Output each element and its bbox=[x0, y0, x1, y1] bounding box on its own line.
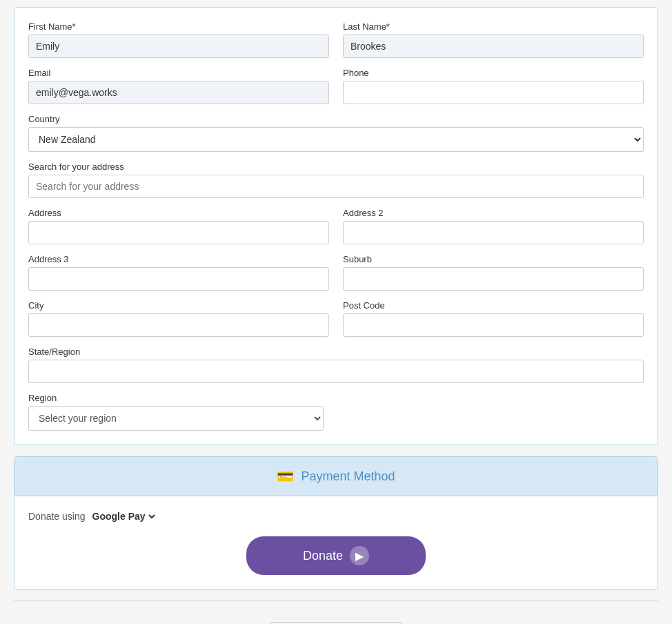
payment-body: Donate using Google Pay Credit Card PayP… bbox=[14, 496, 658, 589]
donate-using-label: Donate using bbox=[28, 511, 86, 522]
payment-method-select[interactable]: Google Pay Credit Card PayPal bbox=[90, 510, 157, 523]
address3-label: Address 3 bbox=[28, 254, 329, 264]
city-input[interactable] bbox=[28, 313, 329, 337]
payment-section: 💳 Payment Method Donate using Google Pay… bbox=[14, 456, 658, 589]
region-group: Region Select your region Auckland Welli… bbox=[28, 393, 324, 431]
address-input[interactable] bbox=[28, 221, 329, 244]
first-name-group: First Name* bbox=[28, 21, 329, 58]
address-search-input[interactable] bbox=[28, 175, 644, 198]
state-region-input[interactable] bbox=[28, 360, 644, 383]
city-postcode-row: City Post Code bbox=[28, 300, 644, 337]
donate-button-label: Donate bbox=[303, 549, 343, 563]
first-name-input[interactable] bbox=[28, 35, 329, 58]
email-group: Email bbox=[28, 68, 329, 104]
state-region-row: State/Region bbox=[28, 347, 644, 383]
email-phone-row: Email Phone bbox=[28, 68, 644, 104]
payment-header: 💳 Payment Method bbox=[14, 457, 658, 496]
state-region-label: State/Region bbox=[28, 347, 644, 357]
country-group: Country New Zealand Australia United Sta… bbox=[28, 114, 644, 152]
postcode-input[interactable] bbox=[343, 313, 644, 337]
address-search-label: Search for your address bbox=[28, 162, 644, 172]
region-label: Region bbox=[28, 393, 324, 403]
phone-label: Phone bbox=[343, 68, 644, 78]
payment-header-title: 💳 Payment Method bbox=[28, 468, 644, 485]
badge-wrapper: 🔒 GODADDY VERIFIED & SECURED VERIFY SECU… bbox=[14, 608, 658, 624]
postcode-group: Post Code bbox=[343, 300, 644, 337]
credit-card-icon: 💳 bbox=[277, 468, 294, 485]
country-label: Country bbox=[28, 114, 644, 124]
state-region-group: State/Region bbox=[28, 347, 644, 383]
address3-input[interactable] bbox=[28, 267, 329, 291]
address3-group: Address 3 bbox=[28, 254, 329, 291]
address2-group: Address 2 bbox=[343, 208, 644, 244]
last-name-input[interactable] bbox=[343, 35, 644, 58]
payment-method-title: Payment Method bbox=[301, 469, 395, 484]
address-label: Address bbox=[28, 208, 329, 218]
first-name-label: First Name* bbox=[28, 21, 329, 32]
address3-suburb-row: Address 3 Suburb bbox=[28, 254, 644, 291]
address2-label: Address 2 bbox=[343, 208, 644, 218]
section-divider bbox=[14, 601, 658, 601]
city-label: City bbox=[28, 300, 329, 311]
donate-using-row: Donate using Google Pay Credit Card PayP… bbox=[28, 510, 644, 523]
suburb-input[interactable] bbox=[343, 267, 644, 291]
postcode-label: Post Code bbox=[343, 300, 644, 311]
city-group: City bbox=[28, 300, 329, 337]
address-search-group: Search for your address bbox=[28, 162, 644, 198]
phone-group: Phone bbox=[343, 68, 644, 104]
last-name-label: Last Name* bbox=[343, 21, 644, 32]
email-input[interactable] bbox=[28, 81, 329, 104]
name-row: First Name* Last Name* bbox=[28, 21, 644, 58]
donate-button-wrapper: Donate ▶ bbox=[28, 536, 644, 575]
suburb-group: Suburb bbox=[343, 254, 644, 291]
phone-input[interactable] bbox=[343, 81, 644, 104]
last-name-group: Last Name* bbox=[343, 21, 644, 58]
country-select[interactable]: New Zealand Australia United States Unit… bbox=[28, 127, 644, 152]
donate-arrow-icon: ▶ bbox=[350, 546, 369, 565]
suburb-label: Suburb bbox=[343, 254, 644, 264]
donate-button[interactable]: Donate ▶ bbox=[246, 536, 426, 575]
address2-input[interactable] bbox=[343, 221, 644, 244]
email-label: Email bbox=[28, 68, 329, 78]
personal-info-section: First Name* Last Name* Email Phone Count… bbox=[14, 7, 658, 445]
address-row: Address Address 2 bbox=[28, 208, 644, 244]
region-select[interactable]: Select your region Auckland Wellington C… bbox=[28, 406, 324, 431]
address-group: Address bbox=[28, 208, 329, 244]
